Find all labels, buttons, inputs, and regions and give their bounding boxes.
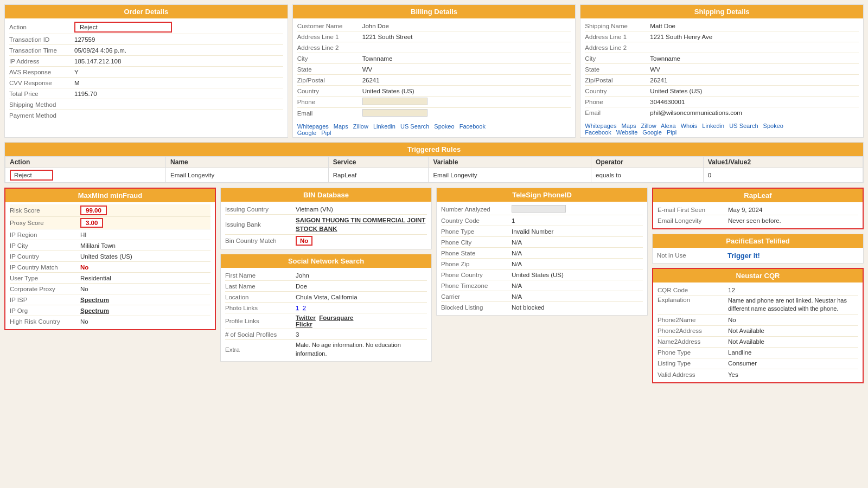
billing-link-pipl[interactable]: Pipl	[321, 130, 331, 136]
shipping-link-whois[interactable]: Whois	[681, 123, 698, 129]
bin-country-match-value: No	[296, 236, 427, 246]
phone-timezone-row: Phone Timezone N/A	[441, 280, 643, 291]
shipping-link-spokeo[interactable]: Spokeo	[763, 123, 783, 129]
billing-email-label: Email	[297, 110, 362, 117]
avs-response-row: AVS Response Y	[9, 67, 283, 78]
not-in-use-row: Not in Use Trigger it!	[657, 250, 859, 261]
shipping-city-value: Townname	[650, 55, 859, 62]
ip-city-value: Mililani Town	[80, 242, 210, 249]
shipping-link-ussearch[interactable]: US Search	[729, 123, 758, 129]
billing-link-whitepages[interactable]: Whitepages	[297, 123, 329, 130]
rapleaf-header: RapLeaf	[653, 189, 863, 202]
email-longevity-value: Never seen before.	[728, 217, 858, 224]
cqr-code-value: 12	[728, 287, 858, 293]
social-extra-label: Extra	[225, 346, 296, 353]
shipping-zip-row: Zip/Postal 26241	[585, 75, 859, 86]
billing-phone-row: Phone	[297, 97, 571, 108]
billing-country-row: Country United States (US)	[297, 86, 571, 97]
profile-link-twitter[interactable]: Twitter	[296, 314, 316, 321]
ip-org-value: Spectrum	[80, 307, 210, 314]
phone-state-label: Phone State	[441, 250, 512, 256]
risk-score-label: Risk Score	[10, 207, 80, 214]
order-details-panel: Order Details Action Reject Transaction …	[4, 4, 288, 138]
shipping-state-value: WV	[650, 66, 859, 73]
shipping-link-google[interactable]: Google	[642, 129, 661, 136]
ip-region-label: IP Region	[10, 232, 80, 238]
shipping-country-value: United States (US)	[650, 88, 859, 94]
corporate-proxy-row: Corporate Proxy No	[10, 284, 210, 294]
billing-link-linkedin[interactable]: Linkedin	[373, 123, 395, 130]
trigger-it-value[interactable]: Trigger it!	[727, 252, 859, 260]
shipping-link-pipl[interactable]: Pipl	[667, 129, 676, 136]
neustar-header: Neustar CQR	[653, 269, 863, 282]
social-profile-links-label: Profile Links	[225, 318, 296, 324]
shipping-zip-label: Zip/Postal	[585, 77, 650, 84]
neustar-body: CQR Code 12 Explanation Name and phone a…	[653, 282, 863, 382]
country-code-value: 1	[512, 217, 643, 224]
email-first-seen-label: E-mail First Seen	[658, 207, 728, 213]
bin-country-match-label: Bin Country Match	[225, 237, 296, 244]
billing-state-value: WV	[362, 66, 571, 73]
issuing-bank-label: Issuing Bank	[225, 221, 296, 228]
profile-link-flickr[interactable]: Flickr	[296, 321, 312, 328]
total-price-value: 1195.70	[74, 91, 283, 97]
phone2address-row: Phone2Address Not Available	[658, 326, 858, 337]
billing-details-header: Billing Details	[293, 5, 576, 18]
billing-state-label: State	[297, 66, 362, 73]
issuing-country-row: Issuing Country Vietnam (VN)	[225, 204, 427, 215]
neustar-phone-type-label: Phone Type	[658, 349, 728, 356]
blocked-listing-label: Blocked Listing	[441, 304, 512, 311]
tr-col-variable: Variable	[429, 157, 591, 168]
billing-address1-value: 1221 South Street	[362, 34, 571, 40]
neustar-panel: Neustar CQR CQR Code 12 Explanation Name…	[652, 268, 864, 383]
valid-address-row: Valid Address Yes	[658, 369, 858, 380]
phone2name-label: Phone2Name	[658, 317, 728, 323]
transaction-id-value: 127559	[74, 36, 283, 43]
triggered-rules-header: Triggered Rules	[5, 143, 863, 156]
phone-state-value: N/A	[512, 250, 643, 256]
billing-link-ussearch[interactable]: US Search	[400, 123, 429, 130]
proxy-score-row: Proxy Score 3.00	[10, 217, 210, 229]
social-first-name-row: First Name John	[225, 270, 427, 281]
shipping-link-linkedin[interactable]: Linkedin	[702, 123, 724, 129]
billing-link-facebook[interactable]: Facebook	[459, 123, 486, 130]
shipping-link-zillow[interactable]: Zillow	[641, 123, 656, 129]
valid-address-label: Valid Address	[658, 371, 728, 378]
phone-type-row: Phone Type Invalid Number	[441, 226, 643, 237]
billing-address1-label: Address Line 1	[297, 34, 362, 40]
social-profile-links-value: Twitter Foursquare Flickr	[296, 314, 427, 328]
billing-zip-label: Zip/Postal	[297, 77, 362, 84]
shipping-link-alexa[interactable]: Alexa	[661, 123, 676, 129]
ip-address-value: 185.147.212.108	[74, 58, 283, 65]
number-analyzed-value	[512, 205, 643, 214]
social-location-row: Location Chula Vista, California	[225, 292, 427, 303]
email-longevity-label: Email Longevity	[658, 217, 728, 224]
shipping-link-maps[interactable]: Maps	[622, 123, 636, 129]
shipping-link-facebook[interactable]: Facebook	[585, 129, 611, 136]
billing-city-label: City	[297, 55, 362, 62]
ip-isp-row: IP ISP Spectrum	[10, 294, 210, 305]
carrier-label: Carrier	[441, 293, 512, 300]
profile-link-foursquare[interactable]: Foursquare	[319, 314, 353, 321]
billing-link-zillow[interactable]: Zillow	[353, 123, 368, 130]
phone-zip-row: Phone Zip N/A	[441, 259, 643, 269]
shipping-link-website[interactable]: Website	[616, 129, 638, 136]
ip-country-value: United States (US)	[80, 253, 210, 260]
issuing-bank-value: SAIGON THUONG TIN COMMERCIAL JOINT STOCK…	[296, 216, 427, 233]
photo-link-2[interactable]: 2	[303, 305, 306, 311]
social-photo-links-row: Photo Links 1 2	[225, 303, 427, 313]
billing-link-maps[interactable]: Maps	[334, 123, 348, 130]
billing-customer-name-label: Customer Name	[297, 23, 362, 29]
phone-country-row: Phone Country United States (US)	[441, 269, 643, 280]
shipping-email-label: Email	[585, 110, 650, 116]
billing-link-google[interactable]: Google	[297, 130, 316, 136]
triggered-rules-table: Action Name Service Variable Operator Va…	[5, 156, 863, 183]
photo-link-1[interactable]: 1	[296, 305, 299, 311]
country-code-row: Country Code 1	[441, 215, 643, 226]
social-extra-value: Male. No age information. No education i…	[296, 341, 427, 358]
billing-link-spokeo[interactable]: Spokeo	[434, 123, 454, 130]
transaction-time-value: 05/09/24 4:06 p.m.	[74, 47, 283, 54]
social-last-name-row: Last Name Doe	[225, 281, 427, 292]
shipping-link-whitepages[interactable]: Whitepages	[585, 123, 616, 129]
transaction-id-label: Transaction ID	[9, 36, 74, 43]
